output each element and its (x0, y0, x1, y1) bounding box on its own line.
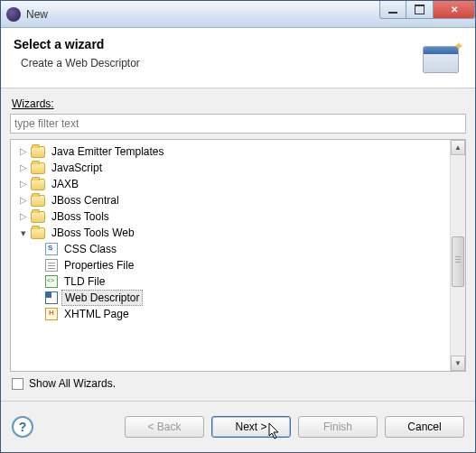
checkbox-icon[interactable] (12, 378, 23, 390)
expand-icon[interactable] (18, 195, 29, 206)
tree-item-java-emitter-templates[interactable]: Java Emitter Templates (13, 143, 448, 160)
css-file-icon (45, 243, 58, 255)
vertical-scrollbar[interactable]: ▲ ▼ (450, 140, 465, 371)
window-title: New (26, 8, 379, 21)
button-bar: ? < Back Next > Finish Cancel (1, 402, 475, 452)
cursor-icon (268, 422, 283, 442)
app-icon (6, 7, 21, 22)
tree-item-jboss-central[interactable]: JBoss Central (13, 192, 448, 208)
xhtml-file-icon (45, 308, 58, 320)
collapse-icon[interactable] (18, 227, 29, 238)
expand-icon[interactable] (18, 179, 29, 190)
folder-icon (31, 211, 45, 223)
finish-button[interactable]: Finish (298, 416, 378, 438)
scroll-thumb[interactable] (452, 236, 464, 287)
wizards-label: Wizards: (12, 97, 466, 110)
folder-icon (31, 146, 45, 158)
next-button[interactable]: Next > (211, 416, 291, 438)
tree-item-web-descriptor[interactable]: Web Descriptor (13, 290, 448, 306)
titlebar[interactable]: New (1, 1, 475, 28)
page-description: Create a Web Descriptor (14, 57, 421, 69)
properties-file-icon (45, 259, 58, 272)
folder-icon (31, 195, 45, 207)
cancel-button[interactable]: Cancel (385, 416, 464, 438)
show-all-wizards-checkbox[interactable]: Show All Wizards. (12, 377, 466, 390)
filter-input[interactable] (10, 114, 466, 134)
help-button[interactable]: ? (12, 416, 33, 438)
wizard-banner-icon: ✦ (421, 41, 462, 75)
tree-item-css-class[interactable]: CSS Class (13, 241, 448, 257)
web-descriptor-icon (45, 291, 58, 304)
tree-item-jboss-tools-web[interactable]: JBoss Tools Web (13, 225, 448, 241)
tree-item-javascript[interactable]: JavaScript (13, 160, 448, 176)
tree-item-xhtml-page[interactable]: XHTML Page (13, 306, 448, 322)
page-title: Select a wizard (14, 37, 421, 51)
scroll-up-button[interactable]: ▲ (451, 140, 465, 155)
expand-icon[interactable] (18, 162, 29, 173)
folder-icon (31, 162, 45, 174)
tld-file-icon (45, 275, 58, 288)
tree-viewport[interactable]: Java Emitter Templates JavaScript JAXB J… (11, 140, 450, 371)
scroll-track[interactable] (451, 155, 465, 356)
scroll-down-button[interactable]: ▼ (451, 356, 465, 371)
close-button[interactable] (434, 1, 475, 19)
tree-item-tld-file[interactable]: TLD File (13, 273, 448, 290)
expand-icon[interactable] (18, 211, 29, 222)
folder-icon (31, 227, 45, 239)
show-all-label: Show All Wizards. (29, 377, 116, 390)
maximize-button[interactable] (406, 1, 434, 19)
new-wizard-dialog: New Select a wizard Create a Web Descrip… (0, 0, 476, 453)
expand-icon[interactable] (18, 146, 29, 157)
folder-icon (31, 179, 45, 190)
back-button[interactable]: < Back (125, 416, 204, 438)
wizard-tree: Java Emitter Templates JavaScript JAXB J… (10, 139, 466, 372)
tree-item-jaxb[interactable]: JAXB (13, 176, 448, 192)
tree-item-jboss-tools[interactable]: JBoss Tools (13, 208, 448, 225)
tree-item-properties-file[interactable]: Properties File (13, 257, 448, 273)
wizard-header: Select a wizard Create a Web Descriptor … (1, 28, 475, 88)
minimize-button[interactable] (379, 1, 406, 19)
